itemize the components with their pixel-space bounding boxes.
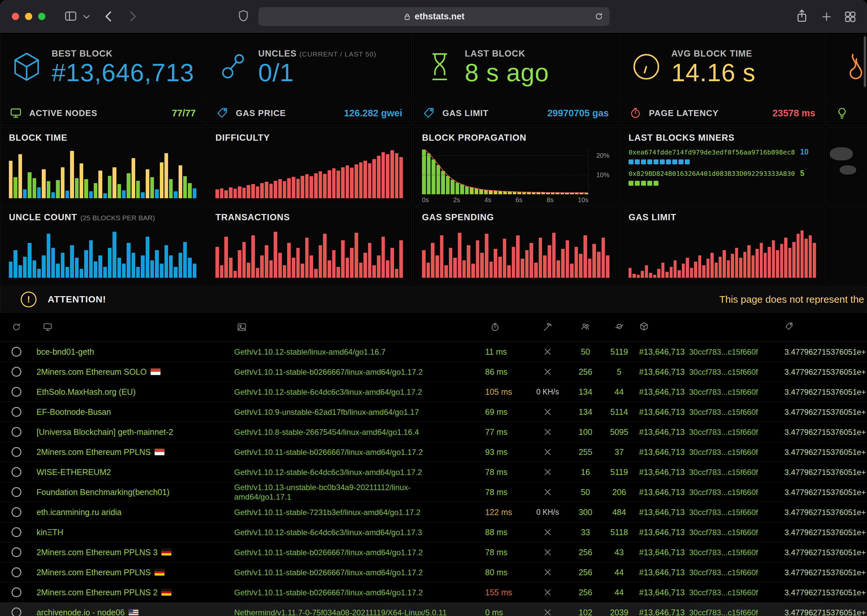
latency-value: 11 ms — [485, 347, 507, 356]
node-name-text: EF-Bootnode-Busan — [36, 407, 111, 417]
node-name: 2Miners.com Ethereum SOLO — [33, 367, 217, 377]
chart-bar — [354, 164, 358, 198]
peers-value: 134 — [579, 407, 592, 416]
chart-bar — [694, 262, 697, 278]
node-row[interactable]: bce-bnd01-gethGeth/v1.10.12-stable/linux… — [0, 342, 867, 362]
chart-bar — [146, 237, 149, 278]
node-last-block: #13,646,713 — [636, 367, 689, 377]
chart-bar — [220, 265, 223, 278]
chart-bar — [9, 161, 13, 198]
node-peers: 134 — [569, 387, 602, 397]
last-block-value: #13,646,713 — [639, 588, 685, 597]
chart-bar — [422, 250, 426, 278]
node-row[interactable]: kinΞTHGeth/v1.10.12-stable-6c4dc6c3/linu… — [0, 522, 867, 542]
chart-bar — [776, 250, 779, 278]
node-row[interactable]: eth.icanmining.ru aridiaGeth/v1.10.11-st… — [0, 502, 867, 522]
chart-bar — [480, 253, 484, 278]
zoom-button[interactable] — [38, 13, 46, 20]
minimize-button[interactable] — [25, 13, 32, 20]
chart-bar — [463, 260, 466, 278]
node-mining — [526, 428, 569, 436]
chart-bar — [265, 245, 268, 278]
node-row[interactable]: 2Miners.com Ethereum SOLOGeth/v1.10.11-s… — [0, 362, 867, 382]
node-row[interactable]: archivenode.io - node06Nethermind/v1.11.… — [0, 602, 867, 616]
chart-bar — [216, 189, 219, 198]
latency-value: 105 ms — [485, 387, 512, 396]
node-name: 2Miners.com Ethereum PPLNS — [33, 447, 217, 457]
chart-bar — [686, 258, 689, 278]
uncle-count-bars — [9, 228, 197, 278]
uncles-label: UNCLES(CURRENT / LAST 50) — [258, 49, 376, 59]
node-row[interactable]: EF-Bootnode-BusanGeth/v1.10.9-unstable-6… — [0, 402, 867, 422]
node-row[interactable]: 2Miners.com Ethereum PPLNSGeth/v1.10.11-… — [0, 442, 867, 462]
node-last-block: #13,646,713 — [636, 407, 689, 417]
chart-bar — [323, 174, 327, 198]
chart-bar — [678, 270, 680, 278]
latency-value: 78 ms — [485, 487, 508, 497]
node-latency: 155 ms — [467, 588, 526, 597]
node-row[interactable]: EthSolo.MaxHash.org (EU)Geth/v1.10.12-st… — [0, 382, 867, 402]
block-hash-value: 30ccf783...c15f660f — [689, 388, 758, 396]
chart-bar — [755, 249, 758, 278]
node-total-difficulty: 3.477962715376051e+ — [755, 367, 867, 377]
chart-bar — [702, 265, 705, 278]
stopwatch-icon — [629, 107, 642, 119]
privacy-shield-icon[interactable] — [238, 9, 249, 24]
reload-icon[interactable] — [594, 12, 604, 21]
chart-bar — [332, 168, 336, 198]
gauge-icon — [631, 52, 661, 82]
node-row[interactable]: WISE-ETHEREUM2Geth/v1.10.12-stable-6c4dc… — [0, 462, 867, 482]
chart-bar — [132, 158, 135, 198]
node-name: bce-bnd01-geth — [33, 347, 217, 357]
chart-bar — [792, 242, 795, 278]
uncles-sublabel: (CURRENT / LAST 50) — [299, 50, 376, 58]
forward-icon[interactable] — [127, 10, 138, 23]
chart-bar — [256, 186, 260, 198]
share-icon[interactable] — [795, 9, 809, 24]
scrollbar-thumb[interactable] — [864, 36, 866, 87]
tab-overview-icon[interactable] — [844, 11, 856, 23]
latency-value: 93 ms — [485, 447, 508, 457]
node-row[interactable]: 2Miners.com Ethereum PPLNS 2Geth/v1.10.1… — [0, 583, 867, 602]
block-hash-value: 30ccf783...c15f660f — [689, 368, 758, 376]
node-row[interactable]: Foundation Benchmarking(bench01)Geth/v1.… — [0, 482, 867, 502]
chart-bar — [37, 187, 41, 198]
new-tab-icon[interactable] — [821, 11, 832, 22]
last-block-value: #13,646,713 — [639, 548, 685, 557]
hashrate-value: 0 KH/s — [536, 508, 559, 517]
status-ring-icon — [11, 347, 21, 357]
node-row[interactable]: 2Miners.com Ethereum PPLNS 3Geth/v1.10.1… — [0, 542, 867, 563]
chart-bar — [579, 254, 582, 278]
propagation-line — [422, 148, 588, 194]
uncles-value: 0/1 — [258, 60, 376, 85]
chart-bar — [160, 264, 164, 278]
node-total-difficulty: 3.477962715376051e+ — [755, 487, 867, 497]
not-mining-icon — [544, 428, 552, 436]
sidebar-toggle-icon[interactable] — [65, 11, 77, 22]
block-propagation-plot: 20% 10% — [422, 148, 609, 194]
block-hash-value: 30ccf783...c15f660f — [689, 568, 758, 577]
miner-entry: 0x829BD824B016326A401d083B33D092293333A8… — [629, 169, 816, 186]
peers-value: 256 — [579, 367, 592, 376]
node-last-block: #13,646,713 — [636, 588, 689, 597]
close-button[interactable] — [12, 13, 19, 20]
chart-bar — [372, 159, 376, 198]
block-hash-value: 30ccf783...c15f660f — [689, 528, 758, 537]
chart-bar — [485, 234, 488, 278]
chevron-down-icon[interactable] — [83, 14, 90, 19]
block-propagation-chart: BLOCK PROPAGATION 20% 10% 0s2s4s6s8s10s — [413, 127, 618, 206]
miner-block-square — [685, 159, 690, 164]
stopwatch-icon — [490, 322, 526, 332]
block-time-chart-title: BLOCK TIME — [9, 133, 197, 143]
node-status — [0, 487, 33, 497]
node-row[interactable]: [Universa Blockchain] geth-mainnet-2Geth… — [0, 422, 867, 442]
address-bar[interactable]: ethstats.net — [258, 7, 609, 26]
node-mining — [526, 528, 569, 536]
node-row[interactable]: 2Miners.com Ethereum PPLNSGeth/v1.10.11-… — [0, 563, 867, 583]
node-pending: 206 — [602, 487, 636, 497]
chart-bar — [707, 259, 710, 278]
chart-bar — [784, 238, 787, 278]
chart-bar — [719, 257, 722, 278]
back-icon[interactable] — [103, 10, 115, 23]
gas-price-panel: GAS PRICE 126.282 gwei — [206, 100, 412, 126]
